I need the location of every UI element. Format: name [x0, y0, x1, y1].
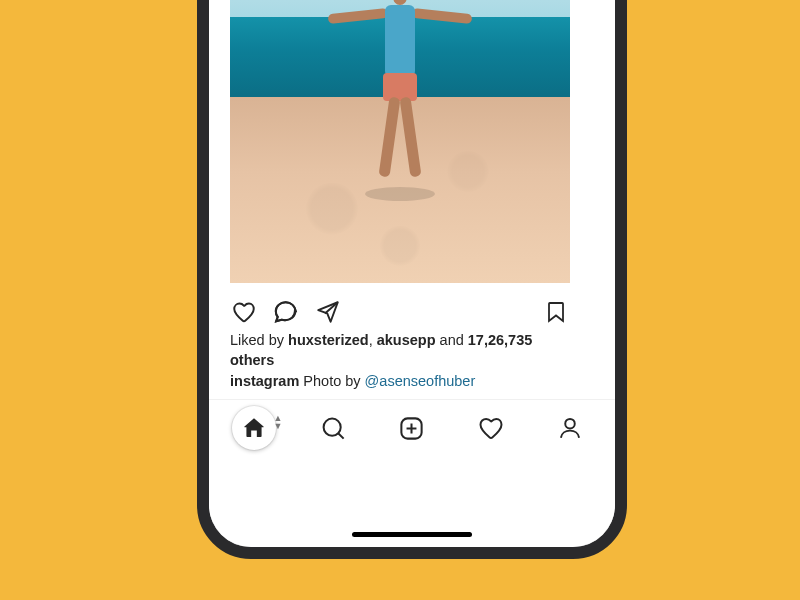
heart-icon	[231, 299, 257, 325]
likes-prefix: Liked by	[230, 332, 288, 348]
plus-icon	[398, 415, 425, 442]
likes-count: 17,26,735	[468, 332, 533, 348]
comment-button[interactable]	[272, 298, 300, 326]
tab-search[interactable]	[311, 406, 355, 450]
image-person	[330, 0, 470, 187]
bottom-tab-bar: ▲▼	[209, 399, 615, 456]
image-shadow	[365, 187, 435, 201]
tab-activity[interactable]	[469, 406, 513, 450]
save-button[interactable]	[542, 298, 570, 326]
bookmark-icon	[544, 299, 568, 325]
svg-point-0	[323, 418, 340, 435]
caption-mention[interactable]: @asenseofhuber	[365, 373, 476, 389]
send-icon	[315, 299, 341, 325]
likes-line[interactable]: Liked by huxsterized, akusepp and 17,26,…	[230, 331, 570, 370]
home-icon	[241, 415, 267, 441]
home-indicator[interactable]	[352, 532, 472, 537]
like-button[interactable]	[230, 298, 258, 326]
share-button[interactable]	[314, 298, 342, 326]
likes-suffix: others	[230, 352, 274, 368]
stage: Liked by huxsterized, akusepp and 17,26,…	[0, 0, 800, 600]
phone-screen: Liked by huxsterized, akusepp and 17,26,…	[209, 0, 615, 547]
phone-frame: Liked by huxsterized, akusepp and 17,26,…	[197, 0, 627, 559]
comment-icon	[273, 299, 299, 325]
caption-text: Photo by	[299, 373, 364, 389]
profile-icon	[557, 415, 583, 441]
tab-create[interactable]	[390, 406, 434, 450]
post-action-row	[230, 295, 570, 329]
likes-user2[interactable]: akusepp	[377, 332, 436, 348]
tab-profile[interactable]	[548, 406, 592, 450]
likes-user1[interactable]: huxsterized	[288, 332, 369, 348]
tab-home[interactable]: ▲▼	[232, 406, 276, 450]
caption-username[interactable]: instagram	[230, 373, 299, 389]
post-image[interactable]	[230, 0, 570, 283]
stepper-icon: ▲▼	[273, 414, 282, 430]
heart-icon	[477, 414, 505, 442]
search-icon	[320, 415, 347, 442]
svg-point-2	[565, 419, 575, 429]
caption-line: instagram Photo by @asenseofhuber	[230, 373, 570, 389]
